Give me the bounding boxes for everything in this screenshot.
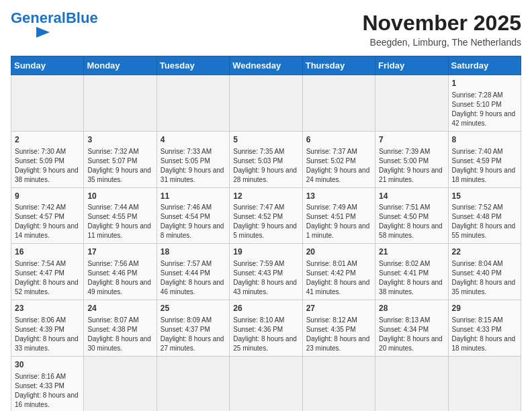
day-number: 5	[233, 134, 298, 146]
day-info: Sunrise: 7:44 AMSunset: 4:55 PMDaylight:…	[87, 203, 152, 240]
week-row-4: 23Sunrise: 8:06 AMSunset: 4:39 PMDayligh…	[11, 300, 521, 357]
calendar-cell	[157, 75, 229, 132]
day-info: Sunrise: 8:02 AMSunset: 4:41 PMDaylight:…	[379, 259, 444, 297]
day-number: 3	[87, 134, 152, 146]
day-info: Sunrise: 7:33 AMSunset: 5:05 PMDaylight:…	[161, 147, 226, 185]
day-number: 1	[452, 78, 517, 89]
week-row-2: 9Sunrise: 7:42 AMSunset: 4:57 PMDaylight…	[11, 187, 521, 244]
calendar-cell: 25Sunrise: 8:09 AMSunset: 4:37 PMDayligh…	[157, 300, 229, 357]
day-info: Sunrise: 7:30 AMSunset: 5:09 PMDaylight:…	[15, 147, 80, 185]
calendar-cell: 28Sunrise: 8:13 AMSunset: 4:34 PMDayligh…	[375, 300, 448, 357]
calendar-cell: 6Sunrise: 7:37 AMSunset: 5:02 PMDaylight…	[302, 131, 375, 187]
day-number: 2	[15, 134, 80, 146]
calendar-cell: 26Sunrise: 8:10 AMSunset: 4:36 PMDayligh…	[230, 300, 302, 357]
calendar-cell: 29Sunrise: 8:15 AMSunset: 4:33 PMDayligh…	[448, 300, 521, 357]
calendar-cell: 1Sunrise: 7:28 AMSunset: 5:10 PMDaylight…	[448, 75, 521, 132]
calendar-cell	[448, 356, 521, 411]
subtitle: Beegden, Limburg, The Netherlands	[362, 37, 521, 48]
calendar-cell: 15Sunrise: 7:52 AMSunset: 4:48 PMDayligh…	[448, 187, 521, 244]
svg-marker-0	[36, 27, 50, 38]
calendar-cell	[230, 75, 302, 132]
day-info: Sunrise: 7:54 AMSunset: 4:47 PMDaylight:…	[15, 259, 80, 297]
week-row-0: 1Sunrise: 7:28 AMSunset: 5:10 PMDaylight…	[11, 75, 521, 132]
day-info: Sunrise: 7:56 AMSunset: 4:46 PMDaylight:…	[87, 259, 152, 297]
calendar-cell	[84, 75, 157, 132]
calendar-cell: 17Sunrise: 7:56 AMSunset: 4:46 PMDayligh…	[84, 244, 157, 300]
day-number: 4	[161, 134, 226, 146]
day-info: Sunrise: 8:16 AMSunset: 4:33 PMDaylight:…	[15, 372, 80, 410]
week-row-5: 30Sunrise: 8:16 AMSunset: 4:33 PMDayligh…	[11, 356, 521, 411]
calendar-cell: 23Sunrise: 8:06 AMSunset: 4:39 PMDayligh…	[11, 300, 84, 357]
day-number: 24	[87, 303, 152, 314]
day-number: 8	[452, 134, 517, 146]
day-number: 14	[379, 191, 444, 202]
day-info: Sunrise: 7:35 AMSunset: 5:03 PMDaylight:…	[233, 147, 298, 185]
calendar-cell: 10Sunrise: 7:44 AMSunset: 4:55 PMDayligh…	[84, 187, 157, 244]
logo-general: General	[11, 9, 66, 26]
day-info: Sunrise: 8:01 AMSunset: 4:42 PMDaylight:…	[306, 259, 371, 297]
day-info: Sunrise: 7:52 AMSunset: 4:48 PMDaylight:…	[452, 203, 517, 240]
calendar-cell: 12Sunrise: 7:47 AMSunset: 4:52 PMDayligh…	[230, 187, 302, 244]
day-number: 15	[452, 191, 517, 202]
day-number: 27	[306, 303, 371, 314]
calendar-cell: 16Sunrise: 7:54 AMSunset: 4:47 PMDayligh…	[11, 244, 84, 300]
day-info: Sunrise: 7:57 AMSunset: 4:44 PMDaylight:…	[161, 259, 226, 297]
calendar-cell	[84, 356, 157, 411]
weekday-header-wednesday: Wednesday	[230, 56, 302, 75]
weekday-header-thursday: Thursday	[302, 56, 375, 75]
calendar-cell: 3Sunrise: 7:32 AMSunset: 5:07 PMDaylight…	[84, 131, 157, 187]
day-info: Sunrise: 8:09 AMSunset: 4:37 PMDaylight:…	[161, 316, 226, 353]
day-number: 28	[379, 303, 444, 314]
day-number: 6	[306, 134, 371, 146]
calendar-cell	[375, 75, 448, 132]
calendar-cell: 8Sunrise: 7:40 AMSunset: 4:59 PMDaylight…	[448, 131, 521, 187]
calendar-cell	[302, 75, 375, 132]
calendar-cell: 13Sunrise: 7:49 AMSunset: 4:51 PMDayligh…	[302, 187, 375, 244]
weekday-header-friday: Friday	[375, 56, 448, 75]
calendar-cell: 19Sunrise: 7:59 AMSunset: 4:43 PMDayligh…	[230, 244, 302, 300]
day-number: 29	[452, 303, 517, 314]
day-number: 18	[161, 246, 226, 258]
day-number: 13	[306, 191, 371, 202]
calendar-cell: 5Sunrise: 7:35 AMSunset: 5:03 PMDaylight…	[230, 131, 302, 187]
day-info: Sunrise: 7:47 AMSunset: 4:52 PMDaylight:…	[233, 203, 298, 240]
calendar-cell: 20Sunrise: 8:01 AMSunset: 4:42 PMDayligh…	[302, 244, 375, 300]
day-info: Sunrise: 7:42 AMSunset: 4:57 PMDaylight:…	[15, 203, 80, 240]
day-info: Sunrise: 8:13 AMSunset: 4:34 PMDaylight:…	[379, 316, 444, 353]
title-area: November 2025 Beegden, Limburg, The Neth…	[362, 11, 521, 48]
day-info: Sunrise: 8:04 AMSunset: 4:40 PMDaylight:…	[452, 259, 517, 297]
day-info: Sunrise: 7:37 AMSunset: 5:02 PMDaylight:…	[306, 147, 371, 185]
day-number: 10	[87, 191, 152, 202]
day-info: Sunrise: 8:15 AMSunset: 4:33 PMDaylight:…	[452, 316, 517, 353]
calendar-cell: 4Sunrise: 7:33 AMSunset: 5:05 PMDaylight…	[157, 131, 229, 187]
day-number: 19	[233, 246, 298, 258]
day-info: Sunrise: 7:39 AMSunset: 5:00 PMDaylight:…	[379, 147, 444, 185]
logo-blue: Blue	[66, 9, 98, 26]
day-number: 16	[15, 246, 80, 258]
calendar-cell	[230, 356, 302, 411]
calendar-cell	[375, 356, 448, 411]
day-number: 21	[379, 246, 444, 258]
day-number: 17	[87, 246, 152, 258]
week-row-3: 16Sunrise: 7:54 AMSunset: 4:47 PMDayligh…	[11, 244, 521, 300]
calendar-cell: 30Sunrise: 8:16 AMSunset: 4:33 PMDayligh…	[11, 356, 84, 411]
calendar-cell: 7Sunrise: 7:39 AMSunset: 5:00 PMDaylight…	[375, 131, 448, 187]
week-row-1: 2Sunrise: 7:30 AMSunset: 5:09 PMDaylight…	[11, 131, 521, 187]
day-info: Sunrise: 8:12 AMSunset: 4:35 PMDaylight:…	[306, 316, 371, 353]
logo-text: GeneralBlue	[11, 11, 98, 26]
calendar-cell	[11, 75, 84, 132]
calendar-cell	[302, 356, 375, 411]
weekday-header-sunday: Sunday	[11, 56, 84, 75]
calendar-cell: 27Sunrise: 8:12 AMSunset: 4:35 PMDayligh…	[302, 300, 375, 357]
day-number: 25	[161, 303, 226, 314]
calendar-cell: 11Sunrise: 7:46 AMSunset: 4:54 PMDayligh…	[157, 187, 229, 244]
calendar-table: SundayMondayTuesdayWednesdayThursdayFrid…	[11, 56, 521, 411]
day-info: Sunrise: 7:40 AMSunset: 4:59 PMDaylight:…	[452, 147, 517, 185]
page-header: GeneralBlue November 2025 Beegden, Limbu…	[11, 11, 521, 48]
day-info: Sunrise: 7:28 AMSunset: 5:10 PMDaylight:…	[452, 91, 517, 128]
calendar-cell: 9Sunrise: 7:42 AMSunset: 4:57 PMDaylight…	[11, 187, 84, 244]
calendar-cell: 21Sunrise: 8:02 AMSunset: 4:41 PMDayligh…	[375, 244, 448, 300]
month-title: November 2025	[362, 11, 521, 36]
day-number: 22	[452, 246, 517, 258]
day-info: Sunrise: 8:07 AMSunset: 4:38 PMDaylight:…	[87, 316, 152, 353]
